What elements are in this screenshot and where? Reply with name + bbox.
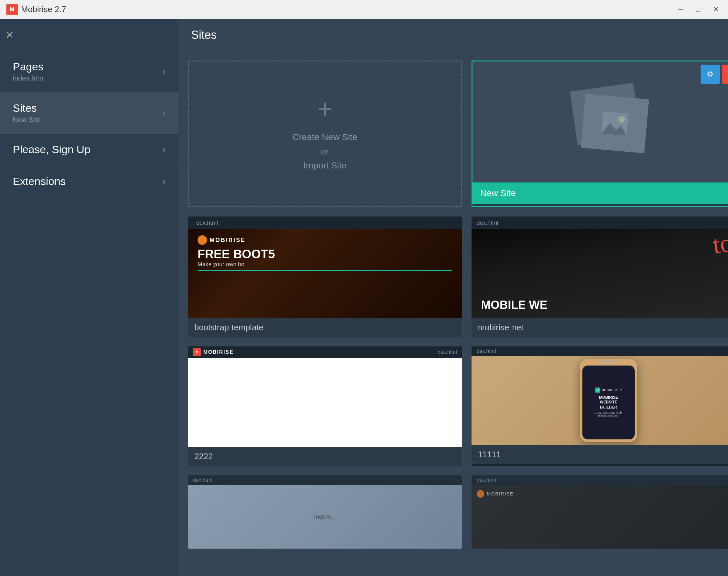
bootstrap-template-label: bootstrap-template: [188, 318, 462, 337]
bootstrap-heading: FREE BOOT5: [198, 248, 452, 261]
main-layout: ✕ Pages index.html › Sites New Site › Pl…: [0, 19, 728, 576]
minimize-button[interactable]: ─: [674, 4, 686, 15]
sidebar-item-extensions-title: Extensions: [13, 175, 66, 188]
white-bg: [188, 358, 462, 447]
sites-panel: Sites ‹ + Create New Site or Import Site: [178, 19, 728, 576]
template-extra-2-card[interactable]: dex.html MOBIRISE: [472, 476, 728, 549]
phone-screen: M MOBIRISE ≡ MOBIRISEWEBSITEBUILDER Crea…: [582, 366, 635, 439]
phone-mockup: M MOBIRISE ≡ MOBIRISEWEBSITEBUILDER Crea…: [580, 359, 637, 442]
template-2222-label: 2222: [188, 447, 462, 466]
mobile-img-bg: M MOBIRISE ≡ MOBIRISEWEBSITEBUILDER Crea…: [472, 356, 728, 445]
window-controls: ─ □ ✕: [674, 4, 722, 15]
template-11111-label: 11111: [472, 445, 728, 464]
site-card-controls: ⚙ 🗑: [701, 65, 728, 84]
bootstrap-template-preview: MOBIRISE FREE BOOT5 Make your own bo: [188, 229, 462, 318]
sidebar-item-sites-title: Sites: [13, 102, 41, 114]
sites-panel-title: Sites: [191, 28, 217, 42]
sidebar-item-pages-subtitle: index.html: [13, 74, 45, 83]
template-2222-header: M MOBIRISE dex.html: [188, 346, 462, 358]
phone-logo: M: [595, 387, 600, 393]
mobile-web-text: MOBILE WE: [481, 298, 728, 312]
sites-grid: + Create New Site or Import Site ⚙ 🗑: [178, 51, 728, 576]
sites-header: Sites ‹: [178, 19, 728, 51]
bootstrap-template-index: dex.html: [188, 217, 462, 229]
maximize-button[interactable]: □: [692, 4, 704, 15]
phone-speaker: [599, 361, 618, 362]
close-window-button[interactable]: ✕: [710, 4, 722, 15]
create-new-site-card[interactable]: + Create New Site or Import Site: [188, 60, 462, 207]
create-plus-icon: +: [318, 94, 333, 124]
sidebar-item-signup-content: Please, Sign Up: [13, 143, 90, 156]
bootstrap-template-card[interactable]: dex.html MOBIRISE FREE BOOT5 Make your o…: [188, 217, 462, 337]
template-extra-2-header: dex.html: [472, 476, 728, 485]
sidebar-item-signup[interactable]: Please, Sign Up ›: [0, 134, 178, 166]
template-11111-header: dex.html: [472, 346, 728, 356]
pages-chevron-icon: ›: [163, 66, 166, 77]
phone-screen-subtitle: Create awesome mobi-friendly website-: [593, 411, 623, 417]
template-2222-index: dex.html: [438, 349, 457, 355]
keyboard-bg: MOBILE WE: [472, 229, 728, 318]
sites-grid-container: + Create New Site or Import Site ⚙ 🗑: [178, 51, 728, 576]
template-2222-brand: MOBIRISE: [203, 349, 233, 355]
mobirise-badge: MOBIRISE: [198, 235, 452, 245]
bootstrap-subheading: Make your own bo: [198, 261, 452, 268]
app-logo: M: [6, 4, 18, 15]
template-extra-1-header: dex.html: [188, 476, 462, 485]
signup-chevron-icon: ›: [163, 145, 166, 155]
site-photo-placeholder: [567, 81, 650, 163]
mobirise-net-preview: MOBILE WE: [472, 229, 728, 318]
mobirise-net-card[interactable]: dex.html MOBILE WE mobirise-net: [472, 217, 728, 337]
sidebar-item-signup-title: Please, Sign Up: [13, 143, 90, 156]
app-title: Mobirise 2.7: [21, 4, 66, 14]
dark-wood-bg: MOBIRISE FREE BOOT5 Make your own bo: [188, 229, 462, 318]
template-extra-2-preview: MOBIRISE: [472, 485, 728, 549]
sidebar-close-button[interactable]: ✕: [0, 22, 19, 48]
phone-menu: ≡: [619, 387, 622, 393]
new-site-thumbnail: ⚙ 🗑: [473, 61, 728, 182]
site-settings-button[interactable]: ⚙: [701, 65, 720, 84]
template-11111-card[interactable]: dex.html M MOBIRISE ≡: [472, 346, 728, 466]
sidebar-item-sites-subtitle: New Site: [13, 116, 41, 124]
sidebar: ✕ Pages index.html › Sites New Site › Pl…: [0, 19, 178, 576]
sidebar-item-pages[interactable]: Pages index.html ›: [0, 51, 178, 92]
extensions-chevron-icon: ›: [163, 176, 166, 186]
phone-screen-title: MOBIRISEWEBSITEBUILDER: [599, 395, 618, 410]
sidebar-item-extensions-content: Extensions: [13, 175, 66, 188]
template-2222-card[interactable]: M MOBIRISE dex.html 2222: [188, 346, 462, 466]
phone-brand: MOBIRISE: [601, 388, 618, 392]
titlebar: M Mobirise 2.7 ─ □ ✕: [0, 0, 728, 19]
image-icon: [601, 111, 628, 136]
mobirise-net-label: mobirise-net: [472, 318, 728, 337]
sites-chevron-icon: ›: [163, 108, 166, 118]
template-2222-logo: M: [193, 348, 201, 356]
sidebar-item-extensions[interactable]: Extensions ›: [0, 166, 178, 197]
create-site-text: Create New Site or Import Site: [292, 130, 358, 173]
template-extra-1-card[interactable]: dex.html mobile...: [188, 476, 462, 549]
new-site-label: New Site: [473, 182, 728, 204]
template-extra-1-preview: mobile...: [188, 485, 462, 549]
template-11111-preview: M MOBIRISE ≡ MOBIRISEWEBSITEBUILDER Crea…: [472, 356, 728, 445]
sidebar-item-pages-content: Pages index.html: [13, 60, 45, 83]
mobirise-net-index: dex.html: [472, 217, 728, 229]
site-delete-button[interactable]: 🗑: [722, 65, 728, 84]
new-site-card[interactable]: ⚙ 🗑: [472, 60, 728, 207]
template-2222-preview: [188, 358, 462, 447]
titlebar-left: M Mobirise 2.7: [6, 4, 66, 15]
photo-front: [581, 94, 649, 153]
sidebar-item-pages-title: Pages: [13, 60, 45, 73]
sidebar-item-sites[interactable]: Sites New Site ›: [0, 92, 178, 134]
sidebar-item-sites-content: Sites New Site: [13, 102, 41, 124]
